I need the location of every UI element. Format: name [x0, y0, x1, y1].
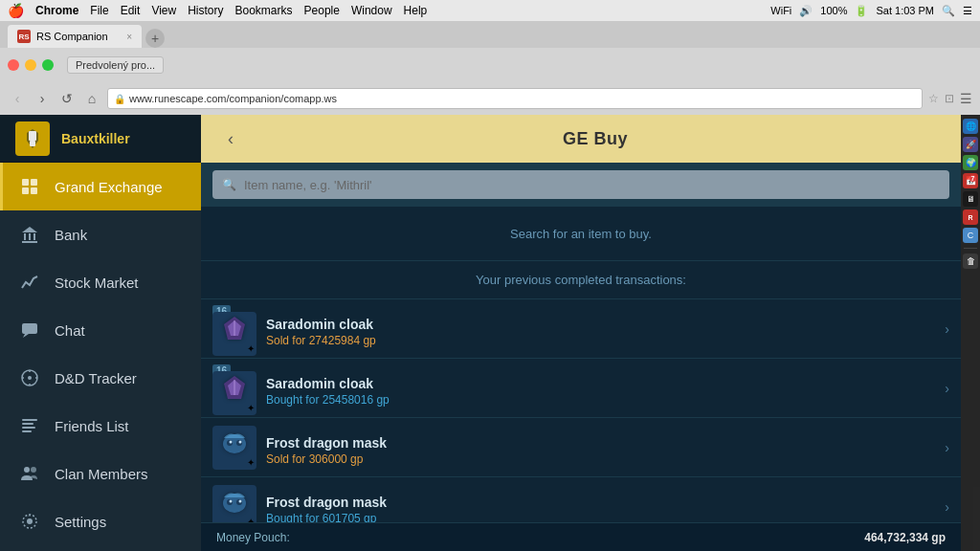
traffic-lights	[8, 59, 54, 71]
search-input[interactable]	[244, 178, 940, 192]
home-btn[interactable]: ⌂	[82, 89, 101, 108]
tab-close-btn[interactable]: ×	[126, 32, 132, 42]
item-image: ✦	[212, 312, 256, 356]
svg-point-26	[27, 518, 33, 524]
item-price: Bought for 601705 gp	[266, 512, 935, 523]
tab-favicon: RS	[17, 30, 31, 43]
svg-rect-22	[22, 427, 35, 429]
dock-icon-calendar[interactable]: 7 📅	[963, 173, 978, 188]
transaction-item[interactable]: 16 ✦	[201, 299, 961, 359]
main-area: Bauxtkiller	[0, 115, 961, 551]
item-name: Saradomin cloak	[266, 317, 935, 332]
transaction-item[interactable]: 16 ✦	[201, 359, 961, 418]
sidebar-item-settings[interactable]: Settings	[0, 497, 201, 545]
friends-list-label: Friends List	[55, 418, 129, 434]
item-name: Frost dragon mask	[266, 435, 935, 451]
dock-icon-trash[interactable]: 🗑	[963, 253, 978, 269]
forward-nav-btn[interactable]: ›	[33, 89, 52, 108]
dock-icon-rs[interactable]: R	[963, 209, 978, 225]
sidebar-item-bank[interactable]: Bank	[0, 210, 201, 258]
svg-rect-21	[22, 423, 33, 425]
url-text: www.runescape.com/companion/comapp.ws	[129, 93, 337, 104]
sidebar-item-chat[interactable]: Chat	[0, 306, 201, 354]
menu-file[interactable]: File	[90, 4, 108, 17]
chat-label: Chat	[55, 322, 85, 339]
battery-icon: 🔋	[855, 5, 868, 17]
sidebar-item-dd-tracker[interactable]: D&D Tracker	[0, 354, 201, 402]
dock-icon-maps[interactable]: 🌍	[963, 155, 978, 170]
clan-members-label: Clan Members	[55, 466, 148, 482]
menu-view[interactable]: View	[151, 4, 176, 17]
menu-help[interactable]: Help	[404, 4, 428, 17]
item-price: Sold for 306000 gp	[266, 452, 935, 466]
apple-logo[interactable]: 🍎	[8, 3, 24, 18]
minimize-window-btn[interactable]	[25, 59, 36, 71]
item-star: ✦	[247, 517, 255, 523]
dd-tracker-icon	[18, 366, 41, 389]
dock-icon-launchpad[interactable]: 🚀	[963, 137, 978, 152]
svg-point-44	[230, 499, 233, 502]
svg-rect-3	[22, 179, 29, 186]
svg-rect-20	[22, 419, 37, 421]
new-tab-btn[interactable]: +	[145, 29, 165, 48]
page-view-btn[interactable]: ⊡	[945, 92, 954, 105]
battery-percent: 100%	[820, 5, 847, 16]
bookmark-btn[interactable]: ☆	[928, 92, 939, 105]
menu-history[interactable]: History	[188, 4, 223, 17]
item-star: ✦	[247, 343, 255, 354]
close-window-btn[interactable]	[8, 59, 19, 71]
chevron-right-icon: ›	[945, 321, 949, 337]
dock-icon-terminal[interactable]: 🖥	[963, 191, 978, 207]
sidebar-item-friends-list[interactable]: Friends List	[0, 402, 201, 450]
chrome-menu-btn[interactable]: ☰	[960, 91, 972, 106]
back-button[interactable]: ‹	[216, 124, 245, 153]
sidebar-item-log-out[interactable]: Log Out	[0, 545, 201, 551]
browser-tab-active[interactable]: RS RS Companion ×	[8, 25, 142, 48]
maximize-window-btn[interactable]	[42, 59, 54, 71]
money-pouch-value: 464,732,334 gp	[864, 531, 946, 544]
sidebar-item-grand-exchange[interactable]: Grand Exchange	[0, 163, 201, 210]
friends-list-icon	[18, 414, 41, 437]
dock-divider	[964, 248, 977, 249]
refresh-btn[interactable]: ↺	[57, 89, 77, 108]
dock-icon-chrome[interactable]: C	[963, 228, 978, 243]
menu-bookmarks[interactable]: Bookmarks	[235, 4, 293, 17]
url-bar[interactable]: 🔒 www.runescape.com/companion/comapp.ws	[107, 88, 923, 109]
menu-people[interactable]: People	[304, 4, 340, 17]
svg-rect-23	[22, 430, 32, 432]
menu-chrome[interactable]: Chrome	[35, 4, 78, 17]
main-content: ‹ GE Buy 🔍 Search for an item to buy. Yo	[201, 115, 961, 551]
chevron-right-icon: ›	[945, 499, 949, 515]
menu-window[interactable]: Window	[351, 4, 392, 17]
menu-edit[interactable]: Edit	[121, 4, 141, 17]
transactions-header: Your previous completed transactions:	[201, 261, 961, 299]
transaction-item[interactable]: ✦ Frost dragon mask Sold for 306000 gp ›	[201, 418, 961, 477]
svg-rect-10	[33, 233, 35, 240]
item-price: Bought for 25458016 gp	[266, 393, 935, 407]
content-footer: Money Pouch: 464,732,334 gp	[201, 522, 961, 551]
sidebar-nav: Grand Exchange	[0, 163, 201, 551]
chevron-right-icon: ›	[945, 440, 949, 455]
notification-icon[interactable]: ☰	[963, 5, 972, 17]
back-nav-btn[interactable]: ‹	[8, 89, 27, 108]
avatar	[15, 121, 50, 156]
predvoleny-button[interactable]: Predvolený pro...	[67, 56, 164, 74]
transaction-item[interactable]: ✦ Frost dragon mask Bought for 601705 gp…	[201, 477, 961, 522]
item-info: Frost dragon mask Bought for 601705 gp	[266, 489, 935, 523]
clan-members-icon	[18, 462, 41, 485]
dock-icon-browser[interactable]: 🌐	[963, 119, 978, 134]
svg-marker-7	[22, 227, 37, 232]
grand-exchange-icon	[18, 175, 41, 198]
svg-point-39	[230, 440, 233, 443]
search-icon[interactable]: 🔍	[942, 5, 955, 17]
item-image: ✦	[212, 485, 256, 523]
svg-point-45	[239, 499, 242, 502]
chat-icon	[18, 319, 41, 342]
sidebar-item-clan-members[interactable]: Clan Members	[0, 450, 201, 497]
stock-market-icon	[18, 271, 41, 294]
sidebar-item-stock-market[interactable]: Stock Market	[0, 258, 201, 306]
svg-rect-12	[22, 323, 37, 334]
settings-icon	[18, 510, 41, 533]
item-image: ✦	[212, 371, 256, 415]
search-input-wrapper[interactable]: 🔍	[212, 170, 949, 199]
